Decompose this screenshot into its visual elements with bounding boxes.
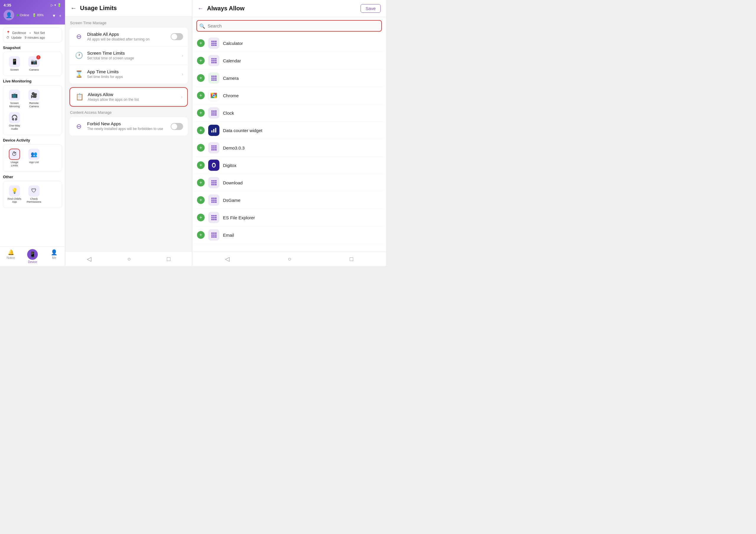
email-add-btn[interactable]: + (197, 231, 205, 239)
digitox-add-btn[interactable]: + (197, 161, 205, 169)
calendar-icon (208, 55, 219, 66)
live-monitoring-items: 📺 Screen Mirroring 🎥 Remote Camera 🎧 One… (6, 88, 59, 132)
check-permissions-item[interactable]: 🛡 Check Permissions (25, 184, 43, 205)
app-item-digitox[interactable]: + Digitox (195, 156, 384, 174)
app-item-chrome[interactable]: + Chrome (195, 87, 384, 104)
download-add-btn[interactable]: + (197, 179, 205, 186)
chrome-add-btn[interactable]: + (197, 92, 205, 99)
svg-rect-77 (215, 217, 217, 218)
svg-rect-36 (211, 114, 213, 116)
find-childs-app-label: Find Child's App (7, 197, 22, 204)
snapshot-items: 📱 Screen 📷 ! Camera (6, 55, 59, 73)
svg-rect-22 (213, 77, 215, 79)
forbid-new-apps-item[interactable]: ⊖ Forbid New Apps The newly installed ap… (69, 117, 188, 136)
update-icon: ⏱ (6, 36, 10, 39)
middle-back-nav-icon[interactable]: ◁ (87, 255, 91, 263)
calculator-add-btn[interactable]: + (197, 39, 205, 47)
always-allow-item[interactable]: 📋 Always Allow Always allow the apps on … (70, 88, 187, 106)
forbid-new-apps-toggle[interactable] (171, 123, 183, 130)
app-item-camera[interactable]: + Camera (195, 70, 384, 87)
app-item-clock[interactable]: + Clock (195, 104, 384, 122)
nav-device[interactable]: 📱 Device (21, 247, 43, 266)
app-item-demo[interactable]: + Demo3.0.3 (195, 139, 384, 156)
remote-camera-label: Remote Camera (26, 102, 41, 108)
status-bar: 4:35 ▷ ▾ 🔋 (4, 3, 62, 7)
app-item-email[interactable]: + Email (195, 226, 384, 244)
camera-add-btn[interactable]: + (197, 74, 205, 82)
svg-rect-34 (213, 112, 215, 114)
find-childs-app-item[interactable]: 💡 Find Child's App (6, 184, 23, 205)
save-button[interactable]: Save (361, 4, 381, 13)
right-back-nav-icon[interactable]: ◁ (225, 255, 230, 263)
app-list-item[interactable]: 👥 App List (25, 148, 43, 168)
svg-rect-50 (215, 149, 217, 151)
svg-rect-48 (211, 149, 213, 151)
online-label: Online (20, 13, 29, 17)
add-icon[interactable]: + (59, 13, 62, 18)
app-item-download[interactable]: + Download (195, 174, 384, 191)
calendar-add-btn[interactable]: + (197, 57, 205, 65)
app-item-data-counter[interactable]: + Data counter widget (195, 122, 384, 139)
data-counter-add-btn[interactable]: + (197, 126, 205, 134)
dsgame-name: DsGame (223, 198, 240, 203)
signal-icon: ▷ (51, 3, 53, 7)
dropdown-icon[interactable]: ▼ (52, 13, 56, 18)
app-item-es-file-explorer[interactable]: + ES File Explorer (195, 209, 384, 226)
middle-back-button[interactable]: ← (70, 5, 76, 12)
app-item-calendar[interactable]: + Calendar (195, 52, 384, 70)
remote-camera-item[interactable]: 🎥 Remote Camera (25, 88, 43, 109)
app-item-dsgame[interactable]: + DsGame (195, 191, 384, 209)
svg-rect-1 (213, 41, 215, 42)
screen-time-limits-icon: 🕐 (74, 51, 84, 60)
always-allow-card: 📋 Always Allow Always allow the apps on … (69, 87, 188, 107)
screen-mirroring-item[interactable]: 📺 Screen Mirroring (6, 88, 23, 109)
chrome-name: Chrome (223, 93, 239, 98)
search-input[interactable] (196, 20, 382, 32)
screen-time-limits-item[interactable]: 🕐 Screen Time Limits Set total time of s… (69, 46, 188, 65)
nav-me[interactable]: 👤 Me (43, 247, 65, 266)
snapshot-screen-item[interactable]: 📱 Screen (6, 55, 23, 73)
demo-add-btn[interactable]: + (197, 144, 205, 152)
snapshot-section: 📱 Screen 📷 ! Camera (3, 52, 62, 76)
svg-point-29 (213, 95, 215, 97)
always-allow-title: Always Allow (88, 92, 177, 97)
screen-time-limits-arrow: › (182, 53, 183, 58)
svg-rect-40 (213, 129, 214, 132)
svg-rect-67 (213, 200, 215, 201)
svg-rect-9 (211, 58, 213, 60)
svg-rect-59 (215, 182, 217, 183)
right-home-nav-icon[interactable]: ○ (288, 256, 291, 263)
right-back-button[interactable]: ← (198, 5, 203, 12)
disable-all-apps-sub: All apps will be disabled after turning … (87, 37, 167, 42)
es-file-add-btn[interactable]: + (197, 214, 205, 221)
one-way-audio-item[interactable]: 🎧 One-Way Audio (6, 111, 23, 132)
disable-all-apps-toggle[interactable] (171, 33, 183, 40)
app-item-calculator[interactable]: + Calculator (195, 35, 384, 52)
svg-rect-66 (211, 200, 213, 201)
nav-notice[interactable]: 🔔 Notice (0, 247, 21, 266)
header-actions: ▼ + (52, 13, 62, 18)
app-time-limits-item[interactable]: ⌛ App Time Limits Set time limits for ap… (69, 65, 188, 84)
right-recents-nav-icon[interactable]: □ (350, 256, 353, 263)
usage-limits-item[interactable]: ⏱ Usage Limits (6, 148, 23, 168)
geofence-row: 📍 Geofence ● Not Set (6, 30, 59, 35)
camera-badge: ! (36, 55, 40, 59)
clock-add-btn[interactable]: + (197, 109, 205, 117)
middle-bottom-nav: ◁ ○ □ (65, 251, 192, 266)
usage-limits-label: Usage Limits (7, 161, 22, 167)
update-label: Update (11, 36, 21, 39)
svg-rect-64 (213, 198, 215, 199)
update-row: ⏱ Update 9 minutes ago (6, 35, 59, 40)
chrome-icon (208, 90, 219, 101)
disable-all-apps-item[interactable]: ⊖ Disable All Apps All apps will be disa… (69, 27, 188, 46)
device-activity-section: ⏱ Usage Limits 👥 App List (3, 144, 62, 172)
middle-recents-nav-icon[interactable]: □ (167, 256, 170, 263)
email-name: Email (223, 233, 234, 238)
svg-rect-62 (215, 184, 217, 185)
svg-rect-68 (215, 200, 217, 201)
dsgame-add-btn[interactable]: + (197, 196, 205, 204)
svg-rect-42 (211, 145, 213, 147)
middle-home-nav-icon[interactable]: ○ (127, 256, 131, 263)
snapshot-camera-item[interactable]: 📷 ! Camera (25, 55, 43, 73)
svg-rect-79 (213, 219, 215, 220)
